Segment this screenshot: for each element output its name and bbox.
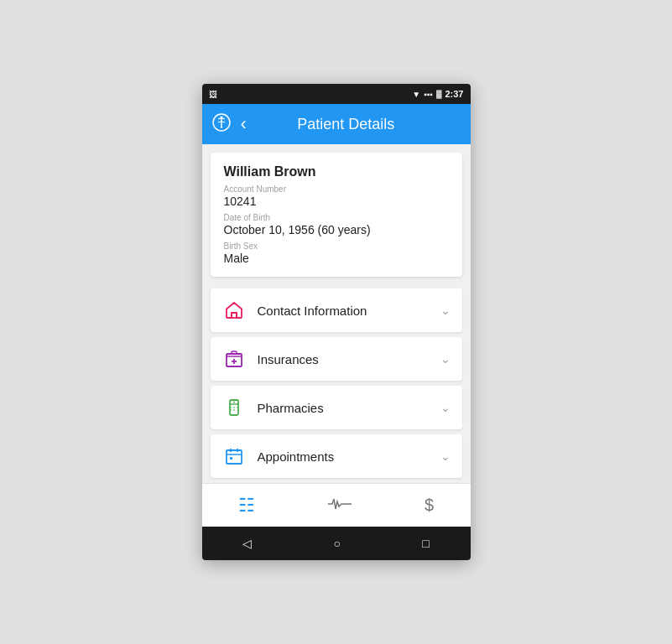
pharmacy-label: Pharmacies (258, 401, 440, 415)
sex-label: Birth Sex (224, 242, 449, 251)
android-recent-button[interactable]: □ (415, 530, 435, 557)
svg-point-2 (220, 116, 222, 118)
pharmacy-chevron-icon: ⌄ (440, 401, 451, 414)
account-number-value: 10241 (224, 195, 449, 208)
patient-name: William Brown (224, 164, 449, 179)
photo-icon: 🖼 (209, 90, 217, 99)
nav-records[interactable]: ☷ (225, 491, 268, 520)
contact-icon (222, 299, 246, 322)
accordion-item-insurance[interactable]: Insurances ⌄ (211, 337, 462, 381)
account-number-label: Account Number (224, 184, 449, 194)
svg-point-11 (233, 402, 235, 403)
billing-icon: $ (425, 496, 434, 515)
status-bar: 🖼 ▼ ▪▪▪ ▓ 2:37 (202, 84, 471, 104)
app-logo-icon (212, 113, 231, 136)
accordion-item-appointments[interactable]: Appointments ⌄ (211, 434, 462, 478)
patient-card: William Brown Account Number 10241 Date … (211, 153, 462, 277)
android-home-button[interactable]: ○ (327, 530, 347, 557)
status-left: 🖼 (209, 90, 217, 99)
wifi-icon: ▼ (412, 90, 420, 99)
accordion-list: Contact Information ⌄ Insurances ⌄ (202, 285, 471, 483)
records-icon: ☷ (238, 495, 255, 517)
android-back-button[interactable]: ◁ (236, 530, 258, 557)
insurance-icon (222, 347, 246, 371)
svg-rect-3 (232, 313, 237, 318)
appointments-icon (222, 444, 246, 468)
appointments-chevron-icon: ⌄ (440, 449, 451, 463)
vitals-icon (328, 496, 352, 515)
signal-icon: ▪▪▪ (424, 90, 433, 99)
appointments-label: Appointments (258, 449, 440, 464)
app-bar: ‹ Patient Details (202, 104, 471, 144)
android-nav-bar: ◁ ○ □ (202, 527, 471, 560)
battery-icon: ▓ (436, 90, 442, 98)
sex-value: Male (224, 252, 449, 265)
nav-billing[interactable]: $ (411, 492, 447, 518)
bottom-nav: ☷ $ (202, 483, 471, 527)
svg-rect-12 (227, 450, 242, 464)
accordion-item-contact[interactable]: Contact Information ⌄ (211, 288, 462, 332)
contact-label: Contact Information (258, 304, 440, 318)
page-title: Patient Details (257, 116, 435, 133)
time-display: 2:37 (445, 89, 463, 99)
nav-vitals[interactable] (315, 493, 365, 518)
dob-label: Date of Birth (224, 213, 449, 222)
pharmacy-icon (222, 396, 246, 419)
content-area: William Brown Account Number 10241 Date … (202, 144, 471, 483)
phone-frame: 🖼 ▼ ▪▪▪ ▓ 2:37 ‹ Patient Details Willia (202, 84, 471, 560)
dob-value: October 10, 1956 (60 years) (224, 223, 449, 236)
contact-chevron-icon: ⌄ (440, 304, 451, 317)
accordion-item-pharmacy[interactable]: Pharmacies ⌄ (211, 386, 462, 429)
insurance-chevron-icon: ⌄ (440, 352, 451, 366)
status-right: ▼ ▪▪▪ ▓ 2:37 (412, 89, 463, 99)
back-button[interactable]: ‹ (241, 113, 247, 135)
svg-rect-16 (230, 457, 232, 460)
insurance-label: Insurances (258, 352, 440, 366)
